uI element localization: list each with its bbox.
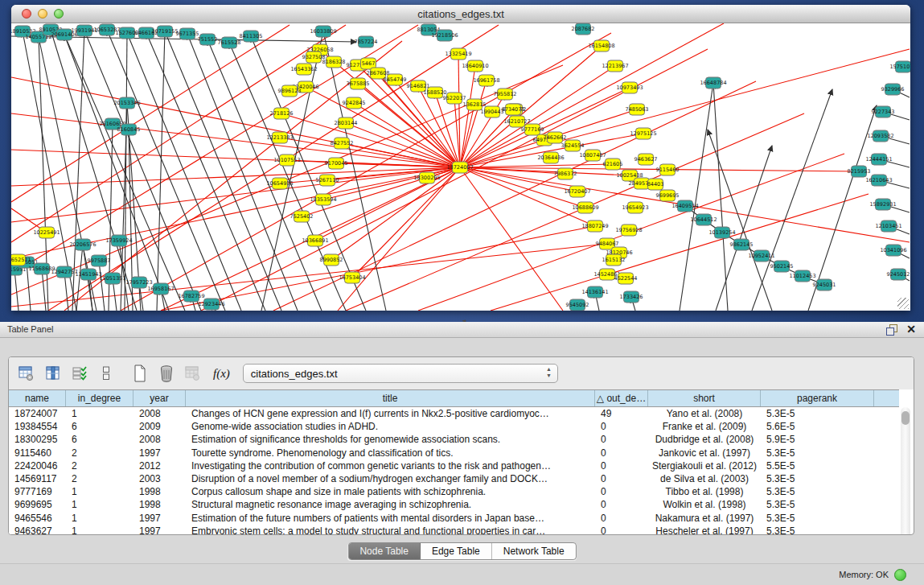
window-resize-grip[interactable] [897, 298, 909, 309]
graph-node-teal[interactable]: 15751074 [889, 61, 910, 72]
edge[interactable] [280, 138, 460, 167]
network-canvas[interactable]: 1891053214055712891053320691406199319411… [11, 23, 910, 311]
graph-node-yellow[interactable]: 7525402 [290, 211, 314, 222]
edge[interactable] [42, 269, 46, 311]
graph-node-yellow[interactable]: 9896123 [278, 85, 302, 97]
graph-node-teal[interactable]: 2087682 [572, 23, 595, 35]
memory-ok-indicator[interactable] [894, 569, 906, 581]
edge[interactable] [157, 31, 165, 311]
node-table-grid[interactable]: namein_degreeyeartitle△ out_de…shortpage… [9, 389, 899, 534]
graph-node-teal[interactable]: 20153346 [113, 97, 140, 109]
edge[interactable] [161, 226, 595, 311]
graph-node-yellow[interactable]: 13325419 [445, 48, 471, 60]
graph-node-teal[interactable]: 16033809 [310, 26, 336, 37]
delete-table-icon[interactable] [158, 365, 175, 382]
graph-node-teal[interactable]: 20206576 [69, 239, 96, 250]
node-table-header-row[interactable]: namein_degreeyeartitle△ out_de…shortpage… [9, 389, 899, 407]
graph-node-teal[interactable]: 9227343 [872, 106, 895, 117]
graph-node-yellow[interactable]: 18640910 [462, 60, 488, 72]
graph-node-teal[interactable]: 14136141 [581, 286, 608, 298]
table-row[interactable]: 2242004622012Investigating the contribut… [9, 459, 899, 472]
table-source-dropdown[interactable]: citations_edges.txt ▲▼ [243, 364, 558, 383]
graph-node-yellow[interactable]: 16154808 [588, 40, 614, 51]
graph-node-yellow[interactable]: 1615132 [602, 254, 626, 266]
column-header-pagerank[interactable]: pagerank [761, 390, 874, 406]
edge[interactable] [99, 261, 105, 311]
table-row[interactable]: 946554611997Estimation of the future num… [9, 512, 899, 525]
edge[interactable] [251, 36, 366, 311]
table-row[interactable]: 977716911998Corpus callosum shape and si… [9, 485, 899, 498]
table-settings-icon[interactable] [18, 365, 35, 382]
graph-node-yellow[interactable]: 16720407 [564, 186, 590, 197]
network-window[interactable]: citations_edges.txt 18910532140557128910… [11, 5, 910, 311]
graph-node-yellow[interactable]: 12975125 [630, 128, 656, 139]
graph-node-yellow[interactable]: 10807487 [579, 150, 606, 161]
graph-node-yellow[interactable]: 18807249 [581, 220, 608, 232]
graph-node-teal[interactable]: 16648784 [700, 77, 726, 89]
graph-node-yellow[interactable]: 1990443 [481, 106, 504, 117]
graph-node-teal[interactable]: 7857224 [355, 36, 378, 47]
graph-node-yellow[interactable]: 9699695 [656, 190, 680, 201]
graph-node-yellow[interactable]: 19756928 [615, 225, 642, 236]
table-vertical-scrollbar[interactable] [901, 407, 910, 535]
table-row[interactable]: 969969511998Structural magnetic resonanc… [9, 498, 899, 511]
edge[interactable] [11, 25, 290, 202]
graph-node-teal[interactable]: 12923446 [198, 299, 224, 310]
graph-node-teal[interactable]: 7615528 [218, 37, 241, 48]
graph-node-teal[interactable]: 8160845 [117, 124, 141, 135]
close-panel-icon[interactable]: ✕ [906, 323, 916, 336]
tab-edge-table[interactable]: Edge Table [421, 543, 492, 559]
edge[interactable] [48, 25, 499, 311]
graph-node-yellow[interactable]: 3624554 [561, 140, 585, 151]
graph-node-yellow[interactable]: 10107553 [273, 154, 300, 166]
graph-node-teal[interactable]: 10341096 [880, 245, 906, 256]
edge[interactable] [146, 33, 265, 311]
graph-node-yellow[interactable]: 8186328 [322, 56, 346, 68]
graph-node-teal[interactable]: 751552 [198, 34, 218, 45]
citation-network-graph[interactable]: 1891053214055712891053320691406199319411… [11, 23, 910, 311]
graph-node-yellow[interactable]: 4522544 [614, 273, 638, 284]
graph-node-yellow[interactable]: 20364436 [537, 152, 564, 163]
graph-node-yellow[interactable]: 10654935 [266, 178, 293, 189]
tab-node-table[interactable]: Node Table [348, 543, 421, 559]
table-row[interactable]: 1872400712008Changes of HCN gene express… [9, 407, 899, 420]
edge[interactable] [165, 31, 281, 311]
table-row[interactable]: 1830029562008Estimation of significance … [9, 433, 899, 446]
graph-node-yellow[interactable]: 12213383 [266, 132, 293, 143]
graph-node-teal[interactable]: 9245031 [813, 279, 836, 290]
network-window-titlebar[interactable]: citations_edges.txt [11, 5, 910, 23]
table-row[interactable]: 946362711997Embryonic stem cells: a mode… [9, 525, 899, 535]
column-header-name[interactable]: name [9, 390, 66, 406]
graph-node-yellow[interactable]: 9777169 [521, 124, 544, 135]
graph-node-yellow[interactable]: 8990852 [320, 254, 343, 266]
graph-node-teal[interactable]: 9671355 [176, 28, 199, 39]
graph-node-yellow[interactable]: 2718126 [270, 108, 294, 119]
graph-node-teal[interactable]: 10644512 [690, 214, 717, 225]
column-header-year[interactable]: year [133, 390, 186, 406]
graph-node-yellow[interactable]: 7485063 [626, 104, 649, 115]
graph-node-yellow[interactable]: 9242845 [343, 97, 366, 109]
graph-node-yellow[interactable]: 16753404 [339, 272, 365, 283]
table-mode-icon[interactable] [97, 365, 115, 382]
graph-node-teal[interactable]: 9245012 [887, 269, 910, 280]
graph-node-yellow[interactable]: 8427552 [331, 138, 354, 149]
graph-node-yellow[interactable]: 621605 [603, 159, 623, 170]
graph-node-teal[interactable]: 9545092 [566, 299, 589, 311]
edge[interactable] [460, 49, 910, 167]
graph-node-teal[interactable]: 19218506 [431, 30, 458, 41]
column-visibility-icon[interactable] [44, 365, 62, 382]
tab-network-table[interactable]: Network Table [492, 543, 576, 559]
edge[interactable] [354, 103, 460, 167]
edge[interactable] [331, 167, 460, 260]
node-table-body[interactable]: 1872400712008Changes of HCN gene express… [9, 407, 899, 535]
row-select-icon[interactable] [71, 365, 88, 382]
edge[interactable] [14, 270, 18, 311]
graph-node-yellow[interactable]: 16961758 [473, 75, 499, 86]
scrollbar-thumb[interactable] [901, 411, 910, 425]
graph-node-yellow[interactable]: 84403 [647, 179, 664, 190]
edge[interactable] [713, 83, 728, 311]
graph-node-teal[interactable]: 12444151 [865, 154, 892, 165]
column-header-in_degree[interactable]: in_degree [66, 390, 133, 406]
network-nodes[interactable]: 1891053214055712891053320691406199319411… [11, 23, 910, 311]
graph-node-yellow[interactable]: 9463627 [634, 154, 658, 165]
